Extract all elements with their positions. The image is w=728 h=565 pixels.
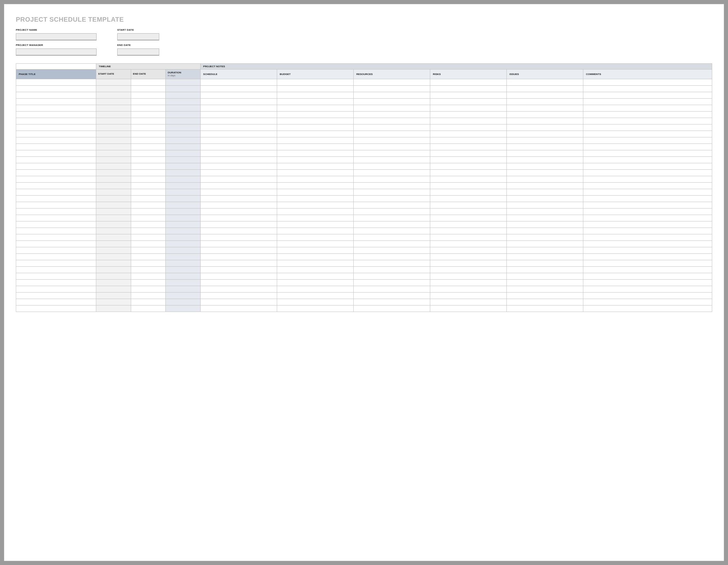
cell[interactable] <box>166 286 201 293</box>
cell[interactable] <box>430 137 507 144</box>
cell[interactable] <box>277 111 354 118</box>
cell[interactable] <box>430 99 507 105</box>
cell[interactable] <box>430 111 507 118</box>
cell[interactable] <box>131 157 166 163</box>
cell[interactable] <box>430 247 507 254</box>
cell[interactable] <box>507 202 583 208</box>
cell[interactable] <box>166 273 201 279</box>
cell[interactable] <box>166 86 201 92</box>
cell[interactable] <box>166 234 201 241</box>
cell[interactable] <box>354 221 430 228</box>
cell[interactable] <box>131 293 166 299</box>
cell[interactable] <box>583 273 712 279</box>
cell[interactable] <box>354 79 430 86</box>
cell[interactable] <box>201 234 277 241</box>
cell[interactable] <box>16 299 96 306</box>
cell[interactable] <box>166 254 201 260</box>
cell[interactable] <box>201 79 277 86</box>
cell[interactable] <box>430 260 507 267</box>
cell[interactable] <box>583 131 712 137</box>
cell[interactable] <box>166 124 201 131</box>
cell[interactable] <box>277 221 354 228</box>
cell[interactable] <box>507 92 583 99</box>
cell[interactable] <box>16 202 96 208</box>
cell[interactable] <box>201 124 277 131</box>
cell[interactable] <box>166 306 201 312</box>
cell[interactable] <box>96 215 131 221</box>
cell[interactable] <box>277 79 354 86</box>
cell[interactable] <box>354 163 430 170</box>
cell[interactable] <box>201 105 277 111</box>
cell[interactable] <box>96 176 131 183</box>
cell[interactable] <box>166 144 201 150</box>
cell[interactable] <box>131 189 166 195</box>
cell[interactable] <box>96 299 131 306</box>
cell[interactable] <box>131 286 166 293</box>
cell[interactable] <box>16 183 96 189</box>
cell[interactable] <box>277 254 354 260</box>
cell[interactable] <box>96 241 131 247</box>
cell[interactable] <box>507 234 583 241</box>
cell[interactable] <box>131 79 166 86</box>
cell[interactable] <box>16 260 96 267</box>
cell[interactable] <box>430 241 507 247</box>
cell[interactable] <box>354 150 430 157</box>
cell[interactable] <box>201 137 277 144</box>
cell[interactable] <box>166 241 201 247</box>
cell[interactable] <box>354 241 430 247</box>
cell[interactable] <box>354 208 430 215</box>
cell[interactable] <box>131 221 166 228</box>
cell[interactable] <box>277 118 354 124</box>
cell[interactable] <box>131 99 166 105</box>
cell[interactable] <box>96 267 131 273</box>
cell[interactable] <box>354 170 430 176</box>
cell[interactable] <box>507 306 583 312</box>
cell[interactable] <box>131 131 166 137</box>
cell[interactable] <box>430 157 507 163</box>
cell[interactable] <box>131 241 166 247</box>
cell[interactable] <box>131 202 166 208</box>
cell[interactable] <box>166 118 201 124</box>
cell[interactable] <box>201 176 277 183</box>
cell[interactable] <box>507 195 583 202</box>
cell[interactable] <box>96 144 131 150</box>
cell[interactable] <box>166 131 201 137</box>
cell[interactable] <box>430 144 507 150</box>
cell[interactable] <box>277 183 354 189</box>
cell[interactable] <box>16 215 96 221</box>
cell[interactable] <box>583 254 712 260</box>
cell[interactable] <box>507 228 583 234</box>
cell[interactable] <box>16 234 96 241</box>
cell[interactable] <box>507 137 583 144</box>
cell[interactable] <box>507 105 583 111</box>
cell[interactable] <box>354 131 430 137</box>
cell[interactable] <box>507 99 583 105</box>
cell[interactable] <box>583 234 712 241</box>
cell[interactable] <box>131 86 166 92</box>
cell[interactable] <box>583 137 712 144</box>
cell[interactable] <box>354 118 430 124</box>
cell[interactable] <box>354 144 430 150</box>
cell[interactable] <box>131 267 166 273</box>
cell[interactable] <box>583 170 712 176</box>
cell[interactable] <box>430 215 507 221</box>
cell[interactable] <box>583 241 712 247</box>
cell[interactable] <box>354 202 430 208</box>
cell[interactable] <box>166 221 201 228</box>
cell[interactable] <box>96 228 131 234</box>
cell[interactable] <box>131 247 166 254</box>
cell[interactable] <box>430 189 507 195</box>
cell[interactable] <box>131 105 166 111</box>
cell[interactable] <box>583 267 712 273</box>
cell[interactable] <box>583 105 712 111</box>
cell[interactable] <box>354 234 430 241</box>
cell[interactable] <box>583 144 712 150</box>
cell[interactable] <box>131 111 166 118</box>
cell[interactable] <box>430 150 507 157</box>
cell[interactable] <box>201 228 277 234</box>
cell[interactable] <box>583 279 712 286</box>
cell[interactable] <box>277 86 354 92</box>
cell[interactable] <box>16 99 96 105</box>
cell[interactable] <box>507 247 583 254</box>
cell[interactable] <box>96 183 131 189</box>
